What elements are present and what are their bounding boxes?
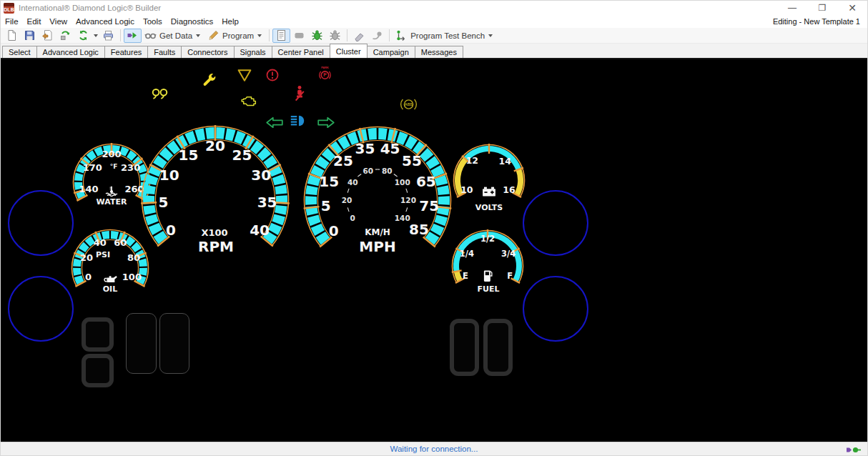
svg-text:FUEL: FUEL bbox=[478, 284, 500, 294]
debug-on-button[interactable] bbox=[308, 29, 326, 43]
refresh-dropdown-caret[interactable] bbox=[94, 34, 98, 37]
toolbar-separator bbox=[347, 29, 347, 41]
new-template-button[interactable] bbox=[3, 29, 21, 43]
svg-text:30: 30 bbox=[251, 167, 271, 184]
svg-text:OIL: OIL bbox=[103, 284, 117, 294]
tabbar: Select Advanced Logic Features Faults Co… bbox=[1, 44, 867, 59]
program-dropdown-caret bbox=[257, 34, 262, 37]
program-label: Program bbox=[222, 31, 254, 40]
svg-text:170: 170 bbox=[83, 162, 102, 173]
svg-text:75: 75 bbox=[419, 197, 439, 214]
svg-text:15: 15 bbox=[179, 147, 199, 164]
park-brake-lamp bbox=[318, 66, 332, 82]
test-bench-dropdown-caret bbox=[488, 34, 493, 37]
stop-lamp bbox=[265, 68, 280, 82]
svg-text:WATER: WATER bbox=[97, 197, 127, 207]
menu-advanced-logic[interactable]: Advanced Logic bbox=[71, 17, 139, 26]
open-template-button[interactable] bbox=[39, 29, 56, 43]
svg-text:12: 12 bbox=[466, 155, 478, 166]
battery-icon bbox=[483, 187, 495, 197]
close-button[interactable]: ✕ bbox=[837, 1, 867, 15]
svg-text:40: 40 bbox=[94, 237, 107, 248]
svg-text:10: 10 bbox=[460, 184, 473, 195]
statusbar: Waiting for connection... bbox=[1, 442, 867, 456]
empty-gauge-ring bbox=[523, 276, 588, 342]
tab-connectors[interactable]: Connectors bbox=[181, 46, 234, 58]
fuel-gauge: E1/41/23/4FFUEL bbox=[443, 222, 532, 310]
svg-text:16: 16 bbox=[503, 184, 516, 195]
svg-text:10: 10 bbox=[159, 167, 179, 184]
tab-center-panel[interactable]: Center Panel bbox=[272, 46, 330, 58]
menu-diagnostics[interactable]: Diagnostics bbox=[167, 17, 217, 26]
tab-faults[interactable]: Faults bbox=[147, 46, 182, 58]
display-slot bbox=[159, 313, 189, 374]
disconnect-button[interactable] bbox=[368, 29, 386, 43]
svg-text:5: 5 bbox=[158, 194, 168, 211]
maximize-button[interactable]: ❐ bbox=[807, 1, 837, 15]
refresh-button[interactable] bbox=[74, 29, 92, 43]
menu-file[interactable]: File bbox=[1, 17, 23, 26]
tab-cluster[interactable]: Cluster bbox=[330, 44, 368, 58]
tab-signals[interactable]: Signals bbox=[234, 46, 272, 58]
tab-messages[interactable]: Messages bbox=[415, 46, 463, 58]
connect-button[interactable] bbox=[124, 29, 142, 43]
get-data-button[interactable]: Get Data bbox=[142, 29, 204, 43]
turn-right-lamp bbox=[317, 116, 335, 129]
view-report-button[interactable] bbox=[272, 29, 290, 43]
get-data-label: Get Data bbox=[159, 31, 192, 40]
tab-features[interactable]: Features bbox=[104, 46, 148, 58]
test-bench-icon bbox=[395, 29, 408, 41]
display-slot bbox=[126, 313, 157, 374]
minimize-button[interactable]: — bbox=[777, 1, 807, 15]
save-icon bbox=[24, 29, 36, 41]
svg-text:KM/H: KM/H bbox=[365, 227, 390, 237]
print-button[interactable] bbox=[99, 29, 117, 43]
switch-slot bbox=[82, 354, 114, 387]
tab-advanced-logic[interactable]: Advanced Logic bbox=[36, 46, 105, 58]
svg-text:F: F bbox=[507, 271, 513, 281]
svg-text:60: 60 bbox=[114, 237, 127, 248]
app-logo-icon: DLB bbox=[4, 3, 14, 14]
window-title: International® Diamond Logic® Builder bbox=[19, 4, 161, 12]
titlebar: DLB International® Diamond Logic® Builde… bbox=[1, 1, 867, 15]
panel-button[interactable] bbox=[290, 29, 308, 43]
glasses-icon bbox=[144, 29, 157, 41]
plug-gray-icon bbox=[371, 29, 383, 41]
toolbar: Get Data Program bbox=[1, 28, 867, 44]
svg-text:25: 25 bbox=[333, 152, 353, 169]
cluster-view: 140170200230260°FWATER020406080100PSIOIL… bbox=[1, 59, 867, 442]
tab-select[interactable]: Select bbox=[2, 46, 37, 58]
editing-status-label: Editing - New Template 1 bbox=[773, 17, 867, 26]
high-beam-lamp bbox=[290, 114, 307, 127]
app-window: DLB International® Diamond Logic® Builde… bbox=[0, 0, 868, 456]
switch-slot bbox=[450, 319, 479, 376]
connection-status-icon bbox=[846, 445, 862, 455]
debug-off-button[interactable] bbox=[326, 29, 344, 43]
svg-text:3/4: 3/4 bbox=[501, 249, 516, 259]
eraser-icon bbox=[353, 29, 365, 41]
svg-text:20: 20 bbox=[80, 252, 93, 263]
menu-view[interactable]: View bbox=[45, 17, 71, 26]
svg-text:VOLTS: VOLTS bbox=[475, 203, 503, 212]
empty-gauge-ring bbox=[8, 276, 74, 342]
svg-text:200: 200 bbox=[102, 149, 121, 159]
program-test-bench-button[interactable]: Program Test Bench bbox=[393, 29, 497, 43]
program-button[interactable]: Program bbox=[204, 29, 266, 43]
tab-campaign[interactable]: Campaign bbox=[367, 46, 415, 58]
menu-edit[interactable]: Edit bbox=[23, 17, 46, 26]
seat-belt-lamp bbox=[294, 85, 305, 101]
test-bench-label: Program Test Bench bbox=[410, 31, 485, 40]
menu-help[interactable]: Help bbox=[217, 17, 243, 26]
svg-text:35: 35 bbox=[355, 140, 375, 157]
svg-text:0: 0 bbox=[329, 222, 339, 239]
check-in-button[interactable] bbox=[56, 29, 74, 43]
svg-text:PSI: PSI bbox=[96, 250, 110, 259]
save-button[interactable] bbox=[21, 29, 39, 43]
svg-text:RPM: RPM bbox=[198, 238, 234, 255]
abs-lamp bbox=[399, 97, 418, 111]
erase-button[interactable] bbox=[350, 29, 368, 43]
toolbar-separator bbox=[269, 29, 270, 41]
menu-tools[interactable]: Tools bbox=[139, 17, 167, 26]
turn-left-lamp bbox=[265, 116, 284, 129]
refresh-icon bbox=[77, 29, 89, 41]
